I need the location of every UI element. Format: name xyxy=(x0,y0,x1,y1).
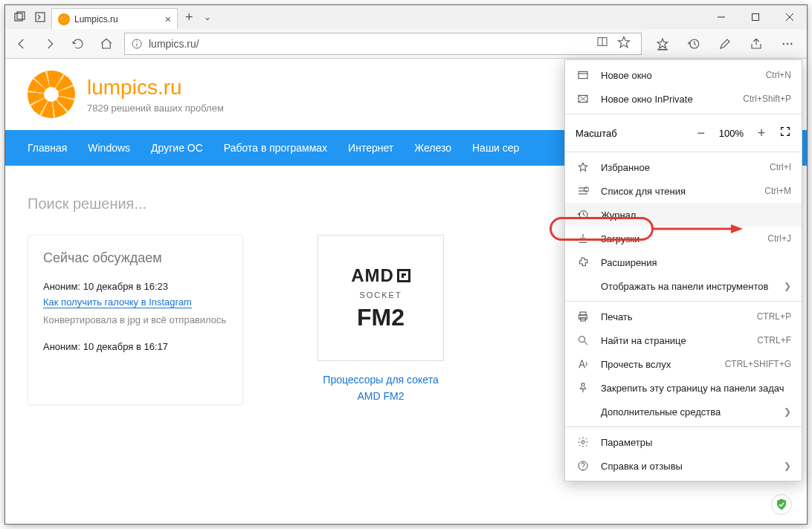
browser-tab[interactable]: Lumpics.ru × xyxy=(51,8,178,29)
nav-item[interactable]: Другие ОС xyxy=(151,142,203,154)
zoom-value: 100% xyxy=(719,128,744,139)
menu-more-tools[interactable]: Дополнительные средства ❯ xyxy=(565,400,802,423)
share-icon[interactable] xyxy=(743,30,770,57)
help-icon xyxy=(576,460,590,472)
menu-new-window[interactable]: Новое окно Ctrl+N xyxy=(565,63,802,87)
reading-list-icon xyxy=(576,185,590,197)
read-aloud-icon xyxy=(576,358,590,370)
home-button[interactable] xyxy=(93,30,120,57)
close-window-button[interactable] xyxy=(773,5,807,29)
comment-body: Конвертировала в jpg и всё отправилось xyxy=(43,313,228,328)
nav-item[interactable]: Работа в программах xyxy=(224,142,327,154)
zoom-in-button[interactable]: + xyxy=(754,126,769,141)
new-tab-button[interactable]: + xyxy=(178,10,201,25)
nav-item[interactable]: Наши сер xyxy=(472,142,519,154)
article-link-line[interactable]: AMD FM2 xyxy=(318,388,444,404)
amd-thumbnail: AMD SOCKET FM2 xyxy=(318,235,444,361)
site-logo xyxy=(28,71,75,118)
search-input[interactable]: Поиск решения... xyxy=(28,195,146,212)
comment: Аноним: 10 декабря в 16:23 Как получить … xyxy=(43,281,228,328)
tab-preview-icon[interactable] xyxy=(14,12,26,22)
nav-item[interactable]: Интернет xyxy=(348,142,393,154)
svg-point-29 xyxy=(579,337,585,343)
menu-settings[interactable]: Параметры xyxy=(565,430,802,454)
svg-point-16 xyxy=(787,42,788,44)
svg-rect-26 xyxy=(580,312,586,315)
amd-brand: AMD xyxy=(351,265,394,286)
security-badge-icon[interactable] xyxy=(771,494,792,515)
extensions-icon xyxy=(576,256,590,268)
set-aside-tabs-icon[interactable] xyxy=(35,12,47,22)
history-toolbar-icon[interactable] xyxy=(680,30,707,57)
favicon-icon xyxy=(58,13,70,25)
inprivate-icon xyxy=(576,93,590,105)
menu-new-inprivate[interactable]: Новое окно InPrivate Ctrl+Shift+P xyxy=(565,87,802,111)
discuss-heading: Сейчас обсуждаем xyxy=(43,250,228,266)
article-card[interactable]: AMD SOCKET FM2 Процессоры для сокета AMD… xyxy=(318,235,444,405)
favorites-hub-icon[interactable] xyxy=(649,30,676,57)
menu-help[interactable]: Справка и отзывы ❯ xyxy=(565,454,802,478)
tab-chevron-icon[interactable]: ⌄ xyxy=(201,12,214,22)
nav-item[interactable]: Windows xyxy=(88,142,130,154)
reading-view-icon[interactable] xyxy=(596,36,608,52)
svg-point-31 xyxy=(581,441,584,444)
history-icon xyxy=(576,209,590,221)
comment-link[interactable]: Как получить галочку в Instagram xyxy=(43,296,192,308)
browser-window: Lumpics.ru × + ⌄ lumpics.ru/ xyxy=(4,4,808,525)
site-info-icon[interactable] xyxy=(131,38,143,50)
star-icon xyxy=(576,161,590,173)
pin-icon xyxy=(576,382,590,394)
svg-line-30 xyxy=(584,342,587,345)
window-icon xyxy=(576,69,590,81)
favorite-star-icon[interactable] xyxy=(617,36,631,52)
menu-pin-taskbar[interactable]: Закрепить эту страницу на панели задач xyxy=(565,376,802,400)
maximize-button[interactable] xyxy=(738,5,773,29)
svg-point-17 xyxy=(790,42,792,44)
menu-print[interactable]: Печать CTRL+P xyxy=(565,305,802,328)
menu-zoom: Масштаб − 100% + xyxy=(565,117,802,149)
menu-read-aloud[interactable]: Прочесть вслух CTRL+SHIFT+G xyxy=(565,352,802,376)
address-bar-row: lumpics.ru/ xyxy=(5,29,807,59)
menu-reading-list[interactable]: Список для чтения Ctrl+M xyxy=(565,179,802,203)
url-text: lumpics.ru/ xyxy=(149,38,586,50)
search-icon xyxy=(576,334,590,346)
menu-extensions[interactable]: Расширения xyxy=(565,250,802,274)
svg-point-33 xyxy=(582,468,583,469)
menu-favorites[interactable]: Избранное Ctrl+I xyxy=(565,155,802,179)
menu-show-toolbar[interactable]: Отображать на панели инструментов ❯ xyxy=(565,274,802,298)
amd-socket-label: SOCKET xyxy=(359,291,402,299)
comment: Аноним: 10 декабря в 16:17 xyxy=(43,341,228,352)
comment-author: Аноним: 10 декабря в 16:23 xyxy=(43,281,228,292)
menu-downloads[interactable]: Загрузки Ctrl+J xyxy=(565,227,802,250)
site-name: lumpics.ru xyxy=(87,76,224,100)
nav-item[interactable]: Железо xyxy=(414,142,451,154)
download-icon xyxy=(576,233,590,244)
menu-history[interactable]: Журнал Ctrl+H xyxy=(565,203,802,227)
site-subtitle: 7829 решений ваших проблем xyxy=(87,103,224,114)
menu-find[interactable]: Найти на странице CTRL+F xyxy=(565,328,802,352)
fullscreen-icon[interactable] xyxy=(779,126,791,140)
address-bar[interactable]: lumpics.ru/ xyxy=(124,33,642,55)
minimize-button[interactable] xyxy=(704,5,738,29)
svg-rect-4 xyxy=(753,14,759,21)
tab-title: Lumpics.ru xyxy=(74,14,161,25)
notes-icon[interactable] xyxy=(712,30,738,57)
amd-logo-icon xyxy=(397,269,410,282)
chevron-right-icon: ❯ xyxy=(784,281,791,291)
comment-author: Аноним: 10 декабря в 16:17 xyxy=(43,341,228,352)
sidebar-discuss: Сейчас обсуждаем Аноним: 10 декабря в 16… xyxy=(28,235,243,405)
gear-icon xyxy=(576,436,590,448)
nav-item[interactable]: Главная xyxy=(28,142,67,154)
zoom-out-button[interactable]: − xyxy=(694,126,709,141)
refresh-button[interactable] xyxy=(65,30,91,57)
chevron-right-icon: ❯ xyxy=(784,406,791,417)
back-button[interactable] xyxy=(8,30,35,57)
chevron-right-icon: ❯ xyxy=(784,461,791,471)
svg-rect-18 xyxy=(579,71,587,78)
print-icon xyxy=(576,311,590,322)
article-link-line[interactable]: Процессоры для сокета xyxy=(318,371,444,388)
forward-button[interactable] xyxy=(36,30,63,57)
more-menu: Новое окно Ctrl+N Новое окно InPrivate C… xyxy=(564,59,802,481)
more-menu-button[interactable] xyxy=(774,30,801,57)
tab-close-icon[interactable]: × xyxy=(165,13,171,25)
